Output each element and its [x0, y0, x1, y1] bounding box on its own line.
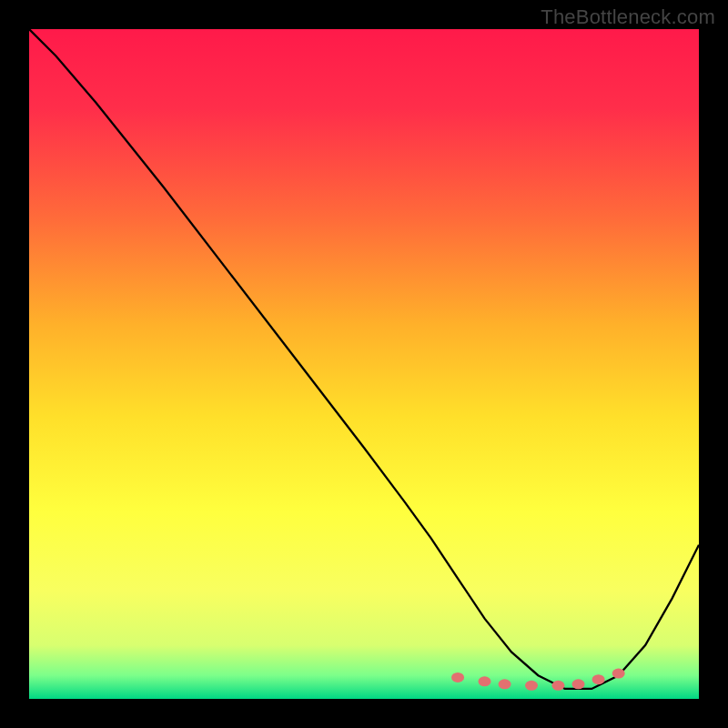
data-marker	[499, 679, 511, 689]
chart-svg	[29, 29, 699, 699]
data-marker	[551, 681, 564, 691]
data-marker	[572, 679, 585, 689]
data-marker	[612, 669, 625, 679]
gradient-background	[29, 29, 699, 699]
watermark-label: TheBottleneck.com	[541, 5, 715, 29]
data-marker	[525, 681, 538, 691]
data-marker	[451, 672, 464, 682]
data-marker	[478, 676, 490, 686]
data-marker	[592, 674, 605, 684]
plot-area	[29, 29, 699, 699]
chart-container: TheBottleneck.com	[0, 0, 728, 728]
